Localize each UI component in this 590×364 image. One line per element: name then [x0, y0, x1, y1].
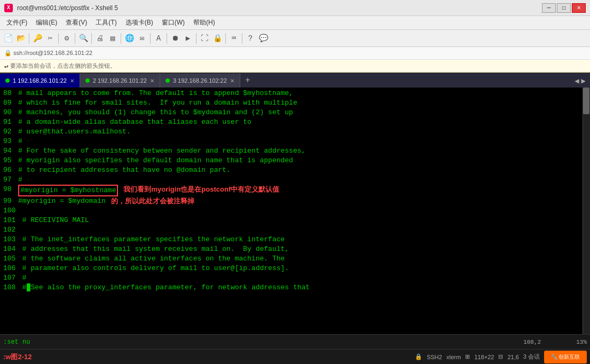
terminal-line-97: 97 # [3, 175, 587, 185]
sep8 [196, 33, 196, 44]
sep6 [150, 33, 151, 44]
play-icon[interactable]: ▶ [182, 33, 194, 44]
font-icon[interactable]: A [153, 33, 164, 44]
menu-window[interactable]: 窗口(W) [158, 17, 189, 28]
search-icon[interactable]: 🔍 [77, 33, 89, 44]
vim-position: 108,2 13% [523, 339, 587, 345]
tab-2-label: 2 192.168.26.101:22 [93, 77, 147, 84]
terminal-area[interactable]: 88 # mail appears to come from. The defa… [0, 88, 590, 334]
sep10 [242, 33, 242, 44]
tab-3-close[interactable]: ✕ [230, 78, 234, 84]
tab-dot-3 [166, 78, 170, 83]
address-bar: 🔒 ssh://root@192.168.26.101:22 [0, 47, 590, 60]
menu-file[interactable]: 文件(F) [2, 17, 32, 28]
tab-2[interactable]: 2 192.168.26.101:22 ✕ [80, 74, 160, 88]
tab-prev-icon[interactable]: ◀ [575, 76, 579, 85]
term-type: xterm [446, 354, 461, 360]
tab-3-label: 3 192.168.26.102:22 [173, 77, 227, 84]
app-icon: X [4, 4, 13, 12]
window-size-value: 118×22 [474, 354, 494, 360]
sep5 [121, 33, 121, 44]
tab-1-close[interactable]: ✕ [70, 78, 74, 84]
chat-icon[interactable]: 💬 [257, 33, 269, 44]
tab-add-button[interactable]: + [240, 74, 255, 88]
menu-view[interactable]: 查看(V) [61, 17, 91, 28]
terminal-line-92: 92 # user@that.users.mailhost. [3, 127, 587, 137]
sep9 [225, 33, 226, 44]
tab-3[interactable]: 3 192.168.26.102:22 ✕ [160, 74, 240, 88]
ssh-protocol: SSH2 [427, 354, 442, 360]
vim-command: :set nu [3, 338, 523, 346]
terminal-line-103: 103 # The inet_interfaces parameter spec… [3, 235, 587, 244]
terminal-line-93: 93 # [3, 137, 587, 146]
figure-label: :w图2-12 [3, 352, 32, 362]
highlight-98: #myorigin = $myhostname [18, 185, 118, 196]
terminal-content: 88 # mail appears to come from. The defa… [3, 89, 587, 292]
terminal-line-105: 105 # the software claims all active int… [3, 254, 587, 264]
menu-tabs[interactable]: 选项卡(B) [121, 17, 158, 28]
title-bar: X root@vms001:/etc/postfix - Xshell 5 ─ … [0, 0, 590, 16]
sep3 [75, 33, 75, 44]
fullscreen-icon[interactable]: ⛶ [199, 33, 210, 44]
print-icon[interactable]: 🖨 [94, 33, 106, 44]
window-controls: ─ □ ✕ [542, 3, 586, 13]
terminal-line-107: 107 # [3, 273, 587, 283]
tab-next-icon[interactable]: ▶ [581, 76, 586, 85]
terminal-line-94: 94 # For the sake of consistency between… [3, 146, 587, 156]
info-text: 要添加当前会话，点击左侧的箭头按钮。 [10, 62, 116, 70]
scrollbar[interactable] [583, 88, 590, 334]
toolbar: 📄 📂 🔑 ✂ ⚙ 🔍 🖨 ▤ 🌐 ✉ A ⏺ ▶ ⛶ 🔒 ⌨ ? 💬 [0, 30, 590, 47]
menu-help[interactable]: 帮助(H) [189, 17, 219, 28]
window-title: root@vms001:/etc/postfix - Xshell 5 [17, 4, 118, 12]
minimize-button[interactable]: ─ [542, 3, 556, 13]
tab-1[interactable]: 1 192.168.26.101:22 ✕ [0, 74, 80, 88]
address-text: 🔒 ssh://root@192.168.26.101:22 [4, 50, 92, 57]
print2-icon[interactable]: ▤ [107, 33, 119, 44]
cursor-pos-value: 21,6 [507, 354, 518, 360]
tab-2-close[interactable]: ✕ [150, 78, 154, 84]
terminal-line-101: 101 # RECEIVING MAIL [3, 216, 587, 225]
keyboard-icon[interactable]: ⌨ [228, 33, 240, 44]
terminal-line-89: 89 # which is fine for small sites. If y… [3, 98, 587, 108]
sep7 [167, 33, 167, 44]
bottom-bar: :w图2-12 🔒 SSH2 xterm ⊞ 118×22 ⊟ 21,6 3 会… [0, 349, 590, 364]
terminal-line-99: 99 #myorigin = $mydomain 的，所以此处才会被注释掉 [3, 196, 587, 206]
open-icon[interactable]: 📂 [15, 33, 27, 44]
compose-icon[interactable]: ✉ [136, 33, 148, 44]
terminal-line-102: 102 [3, 225, 587, 235]
sep1 [29, 33, 29, 44]
key-icon[interactable]: 🔑 [32, 33, 43, 44]
globe-icon[interactable]: 🌐 [123, 33, 135, 44]
terminal-line-95: 95 # myorigin also specifies the default… [3, 156, 587, 165]
terminal-line-98: 98 #myorigin = $myhostname 我们看到myorigin也… [3, 185, 587, 196]
terminal-line-96: 96 # to recipient addresses that have no… [3, 165, 587, 175]
tab-1-label: 1 192.168.26.101:22 [13, 77, 67, 84]
info-bar: ↵ 要添加当前会话，点击左侧的箭头按钮。 [0, 60, 590, 73]
new-icon[interactable]: 📄 [2, 33, 14, 44]
annotation-99: 的，所以此处才会被注释掉 [111, 196, 194, 206]
brand-logo: 🔧 创新互联 [544, 351, 587, 363]
terminal-line-100: 100 [3, 206, 587, 216]
annotation-98: 我们看到myorigin也是在postconf中有定义默认值 [123, 185, 279, 196]
scrollbar-thumb[interactable] [583, 88, 589, 114]
close-button[interactable]: ✕ [572, 3, 586, 13]
settings-icon[interactable]: ⚙ [61, 33, 73, 44]
menu-bar: 文件(F) 编辑(E) 查看(V) 工具(T) 选项卡(B) 窗口(W) 帮助(… [0, 16, 590, 30]
menu-edit[interactable]: 编辑(E) [32, 17, 61, 28]
help-icon[interactable]: ? [245, 33, 256, 44]
maximize-button[interactable]: □ [557, 3, 571, 13]
sep2 [58, 33, 59, 44]
cut-icon[interactable]: ✂ [44, 33, 56, 44]
terminal-line-108: 108 # See also the proxy_interfaces para… [3, 283, 587, 292]
terminal-line-88: 88 # mail appears to come from. The defa… [3, 89, 587, 98]
cursor-pos: ⊟ [498, 353, 503, 360]
menu-tools[interactable]: 工具(T) [91, 17, 121, 28]
terminal-line-106: 106 # parameter also controls delivery o… [3, 264, 587, 273]
terminal-line-91: 91 # a domain-wide alias database that a… [3, 117, 587, 127]
lock-icon[interactable]: 🔒 [211, 33, 223, 44]
sessions-count: 3 会话 [523, 353, 540, 361]
record-icon[interactable]: ⏺ [169, 33, 181, 44]
terminal-line-90: 90 # machines, you should (1) change thi… [3, 108, 587, 117]
info-icon: ↵ [4, 62, 8, 70]
ssh-label: 🔒 [415, 353, 422, 360]
